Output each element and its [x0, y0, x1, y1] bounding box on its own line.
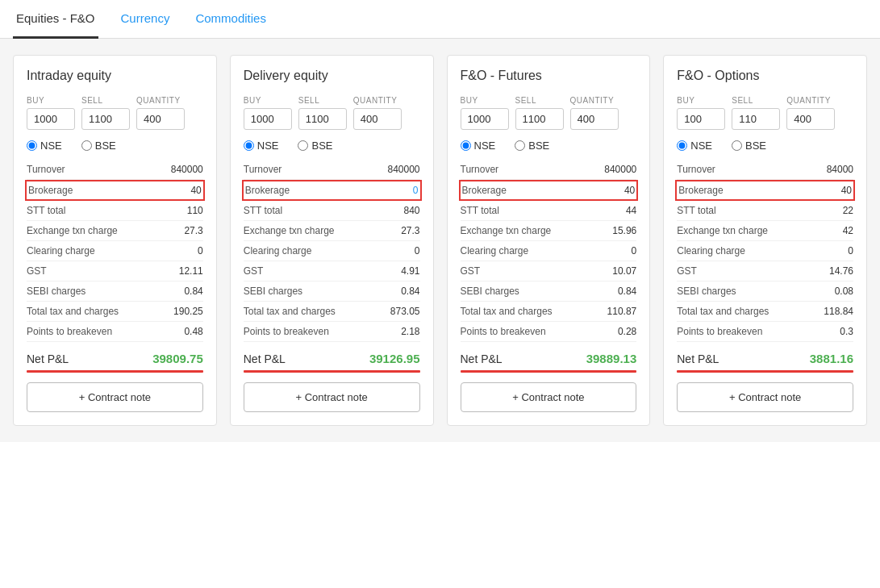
sell-input-intraday-equity[interactable] [81, 108, 130, 130]
clearing-label-intraday-equity: Clearing charge [27, 245, 95, 256]
sell-input-fo-options[interactable] [732, 108, 780, 130]
clearing-value-delivery-equity: 0 [415, 245, 420, 256]
breakeven-value-intraday-equity: 0.48 [184, 326, 202, 337]
clearing-label-fo-futures: Clearing charge [461, 245, 529, 256]
sebi-row-delivery-equity: SEBI charges 0.84 [244, 281, 420, 302]
red-bar-delivery-equity [244, 370, 420, 373]
gst-value-intraday-equity: 12.11 [179, 265, 203, 277]
breakeven-row-intraday-equity: Points to breakeven 0.48 [27, 322, 203, 342]
brokerage-value-intraday-equity: 40 [190, 185, 201, 196]
sell-group-fo-futures: SELL [515, 96, 564, 130]
sebi-value-delivery-equity: 0.84 [401, 286, 419, 297]
brokerage-value-fo-options: 40 [841, 185, 852, 196]
contract-note-button-fo-futures[interactable]: + Contract note [461, 382, 637, 412]
stt-value-delivery-equity: 840 [403, 205, 419, 216]
contract-note-button-fo-options[interactable]: + Contract note [677, 382, 853, 412]
stt-row-fo-options: STT total 22 [677, 201, 853, 221]
buy-label-delivery-equity: BUY [244, 96, 292, 105]
bse-radio-fo-options[interactable] [732, 140, 742, 151]
total-row-fo-options: Total tax and charges 118.84 [677, 302, 853, 322]
exchange-row-delivery-equity: Exchange txn charge 27.3 [244, 221, 420, 241]
inputs-row-fo-futures: BUY SELL QUANTITY [461, 96, 637, 130]
clearing-value-fo-options: 0 [848, 245, 853, 256]
nse-radio-label-delivery-equity[interactable]: NSE [244, 140, 279, 152]
bse-radio-intraday-equity[interactable] [81, 140, 92, 151]
gst-value-fo-futures: 10.07 [612, 265, 636, 277]
nse-radio-delivery-equity[interactable] [244, 140, 254, 151]
nse-radio-fo-options[interactable] [677, 140, 687, 151]
exchange-txn-value-fo-options: 42 [843, 225, 853, 236]
quantity-group-delivery-equity: QUANTITY [353, 96, 402, 130]
nse-radio-label-intraday-equity[interactable]: NSE [27, 140, 62, 152]
total-value-intraday-equity: 190.25 [173, 306, 203, 317]
contract-note-button-delivery-equity[interactable]: + Contract note [244, 382, 420, 412]
tab-equities-fo[interactable]: Equities - F&O [13, 0, 98, 39]
total-label-delivery-equity: Total tax and charges [244, 306, 336, 317]
sell-input-fo-futures[interactable] [515, 108, 564, 130]
sell-group-delivery-equity: SELL [298, 96, 347, 130]
stt-row-delivery-equity: STT total 840 [244, 201, 420, 221]
stt-label-delivery-equity: STT total [244, 205, 282, 216]
total-value-fo-futures: 110.87 [607, 306, 637, 317]
sebi-label-intraday-equity: SEBI charges [27, 286, 85, 297]
bse-radio-label-intraday-equity[interactable]: BSE [81, 140, 116, 152]
buy-input-fo-options[interactable] [677, 108, 725, 130]
inputs-row-intraday-equity: BUY SELL QUANTITY [27, 96, 203, 130]
tab-currency[interactable]: Currency [118, 0, 173, 39]
bse-radio-delivery-equity[interactable] [298, 140, 308, 151]
quantity-group-fo-options: QUANTITY [786, 96, 835, 130]
clearing-label-fo-options: Clearing charge [677, 245, 745, 256]
turnover-value-delivery-equity: 840000 [387, 164, 419, 175]
buy-group-fo-futures: BUY [461, 96, 509, 130]
nse-radio-fo-futures[interactable] [461, 140, 471, 151]
bse-radio-label-fo-options[interactable]: BSE [732, 140, 766, 152]
sell-input-delivery-equity[interactable] [298, 108, 347, 130]
buy-group-fo-options: BUY [677, 96, 725, 130]
card-title-delivery-equity: Delivery equity [244, 69, 420, 83]
main-content: Intraday equity BUY SELL QUANTITY NSE [0, 39, 880, 442]
gst-label-fo-options: GST [677, 265, 697, 277]
breakeven-label-intraday-equity: Points to breakeven [27, 326, 112, 337]
brokerage-label-fo-options: Brokerage [678, 185, 723, 196]
net-pl-label-intraday-equity: Net P&L [27, 352, 69, 365]
nse-radio-intraday-equity[interactable] [27, 140, 37, 151]
quantity-input-fo-options[interactable] [786, 108, 835, 130]
tabs-container: Equities - F&OCurrencyCommodities [0, 0, 880, 39]
clearing-value-intraday-equity: 0 [198, 245, 203, 256]
brokerage-value-delivery-equity: 0 [413, 185, 419, 196]
gst-row-delivery-equity: GST 4.91 [244, 261, 420, 281]
buy-input-fo-futures[interactable] [461, 108, 509, 130]
bse-radio-fo-futures[interactable] [515, 140, 525, 151]
nse-radio-label-fo-futures[interactable]: NSE [461, 140, 496, 152]
quantity-label-intraday-equity: QUANTITY [136, 96, 185, 105]
turnover-label-intraday-equity: Turnover [27, 164, 65, 175]
buy-input-intraday-equity[interactable] [27, 108, 75, 130]
gst-label-delivery-equity: GST [244, 265, 264, 277]
quantity-label-fo-futures: QUANTITY [570, 96, 619, 105]
exchange-row-fo-futures: Exchange txn charge 15.96 [461, 221, 637, 241]
quantity-input-delivery-equity[interactable] [353, 108, 402, 130]
contract-note-button-intraday-equity[interactable]: + Contract note [27, 382, 203, 412]
radio-row-fo-options: NSE BSE [677, 140, 853, 152]
stt-label-intraday-equity: STT total [27, 205, 65, 216]
bse-radio-label-fo-futures[interactable]: BSE [515, 140, 549, 152]
total-row-fo-futures: Total tax and charges 110.87 [461, 302, 637, 322]
gst-row-intraday-equity: GST 12.11 [27, 261, 203, 281]
sebi-row-fo-options: SEBI charges 0.08 [677, 281, 853, 302]
quantity-input-intraday-equity[interactable] [136, 108, 185, 130]
tab-commodities[interactable]: Commodities [192, 0, 269, 39]
card-delivery-equity: Delivery equity BUY SELL QUANTITY NSE [230, 55, 434, 426]
gst-value-delivery-equity: 4.91 [401, 265, 419, 277]
bse-radio-label-delivery-equity[interactable]: BSE [298, 140, 332, 152]
nse-radio-label-fo-options[interactable]: NSE [677, 140, 712, 152]
quantity-input-fo-futures[interactable] [570, 108, 619, 130]
stt-value-intraday-equity: 110 [187, 205, 203, 216]
sebi-label-fo-futures: SEBI charges [461, 286, 519, 297]
gst-label-fo-futures: GST [461, 265, 481, 277]
sell-label-fo-options: SELL [732, 96, 780, 105]
card-title-fo-options: F&O - Options [677, 69, 853, 83]
radio-row-delivery-equity: NSE BSE [244, 140, 420, 152]
total-row-intraday-equity: Total tax and charges 190.25 [27, 302, 203, 322]
clearing-row-fo-futures: Clearing charge 0 [461, 241, 637, 261]
buy-input-delivery-equity[interactable] [244, 108, 292, 130]
